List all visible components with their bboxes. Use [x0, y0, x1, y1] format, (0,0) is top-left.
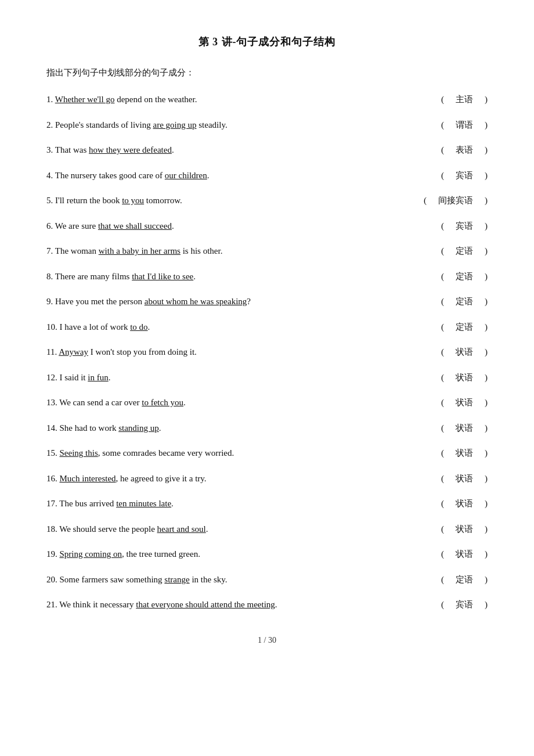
- open-paren: (: [441, 320, 444, 335]
- sentence-item: 7. The woman with a baby in her arms is …: [46, 244, 488, 259]
- answer-part: (表语): [441, 143, 488, 158]
- sentence-item: 21. We think it necessary that everyone …: [46, 597, 488, 613]
- answer-part: (状语): [441, 522, 488, 537]
- sentence-text: 20. Some farmers saw something strange i…: [46, 573, 436, 588]
- close-paren: ): [485, 320, 488, 335]
- answer-part: (谓语): [441, 118, 488, 133]
- answer-part: (宾语): [441, 219, 488, 234]
- close-paren: ): [485, 547, 488, 562]
- sentence-text: 19. Spring coming on, the tree turned gr…: [46, 547, 436, 562]
- sentence-item: 1. Whether we'll go depend on the weathe…: [46, 92, 488, 107]
- sentence-item: 17. The bus arrived ten minutes late.(状语…: [46, 496, 488, 512]
- sentence-text: 4. The nursery takes good care of our ch…: [46, 168, 436, 183]
- answer-part: (状语): [441, 471, 488, 487]
- answer-part: (主语): [441, 92, 488, 107]
- answer-label: 定语: [456, 269, 473, 285]
- sentence-text: 18. We should serve the people heart and…: [46, 522, 436, 537]
- sentence-text: 5. I'll return the book to you tomorrow.: [46, 193, 419, 208]
- answer-label: 状语: [456, 345, 473, 360]
- close-paren: ): [485, 421, 488, 436]
- sentence-item: 10. I have a lot of work to do.(定语): [46, 320, 488, 335]
- open-paren: (: [441, 496, 444, 512]
- answer-label: 状语: [456, 496, 473, 512]
- answer-part: (状语): [441, 345, 488, 360]
- open-paren: (: [424, 193, 427, 208]
- sentence-text: 13. We can send a car over to fetch you.: [46, 395, 436, 411]
- sentence-text: 2. People's standards of living are goin…: [46, 118, 436, 133]
- sentence-text: 17. The bus arrived ten minutes late.: [46, 496, 436, 512]
- answer-label: 间接宾语: [438, 193, 473, 208]
- close-paren: ): [485, 345, 488, 360]
- close-paren: ): [485, 446, 488, 461]
- sentence-item: 4. The nursery takes good care of our ch…: [46, 168, 488, 183]
- answer-label: 定语: [456, 573, 473, 588]
- close-paren: ): [485, 269, 488, 285]
- answer-part: (间接宾语): [424, 193, 488, 208]
- answer-part: (宾语): [441, 597, 488, 613]
- sentences-container: 1. Whether we'll go depend on the weathe…: [46, 92, 488, 613]
- sentence-text: 21. We think it necessary that everyone …: [46, 597, 436, 613]
- answer-part: (定语): [441, 244, 488, 259]
- sentence-item: 15. Seeing this, some comrades became ve…: [46, 446, 488, 461]
- open-paren: (: [441, 168, 444, 183]
- sentence-text: 10. I have a lot of work to do.: [46, 320, 436, 335]
- close-paren: ): [485, 143, 488, 158]
- answer-label: 状语: [456, 547, 473, 562]
- sentence-item: 19. Spring coming on, the tree turned gr…: [46, 547, 488, 562]
- sentence-text: 14. She had to work standing up.: [46, 421, 436, 436]
- answer-label: 状语: [456, 370, 473, 386]
- open-paren: (: [441, 143, 444, 158]
- sentence-text: 9. Have you met the person about whom he…: [46, 294, 436, 309]
- answer-label: 状语: [456, 421, 473, 436]
- open-paren: (: [441, 573, 444, 588]
- page-title: 第 3 讲-句子成分和句子结构: [46, 35, 488, 49]
- open-paren: (: [441, 547, 444, 562]
- close-paren: ): [485, 244, 488, 259]
- sentence-item: 3. That was how they were defeated.(表语): [46, 143, 488, 158]
- sentence-item: 9. Have you met the person about whom he…: [46, 294, 488, 309]
- open-paren: (: [441, 345, 444, 360]
- sentence-text: 15. Seeing this, some comrades became ve…: [46, 446, 436, 461]
- answer-part: (定语): [441, 320, 488, 335]
- open-paren: (: [441, 446, 444, 461]
- close-paren: ): [485, 573, 488, 588]
- open-paren: (: [441, 421, 444, 436]
- open-paren: (: [441, 395, 444, 411]
- close-paren: ): [485, 395, 488, 411]
- open-paren: (: [441, 118, 444, 133]
- answer-part: (状语): [441, 370, 488, 386]
- sentence-item: 6. We are sure that we shall succeed.(宾语…: [46, 219, 488, 234]
- close-paren: ): [485, 118, 488, 133]
- open-paren: (: [441, 597, 444, 613]
- answer-label: 主语: [456, 92, 473, 107]
- answer-label: 状语: [456, 395, 473, 411]
- sentence-text: 8. There are many films that I'd like to…: [46, 269, 436, 285]
- open-paren: (: [441, 92, 444, 107]
- close-paren: ): [485, 92, 488, 107]
- answer-part: (定语): [441, 294, 488, 309]
- open-paren: (: [441, 219, 444, 234]
- open-paren: (: [441, 522, 444, 537]
- answer-part: (状语): [441, 496, 488, 512]
- sentence-text: 11. Anyway I won't stop you from doing i…: [46, 345, 436, 360]
- close-paren: ): [485, 597, 488, 613]
- answer-part: (状语): [441, 547, 488, 562]
- sentence-text: 7. The woman with a baby in her arms is …: [46, 244, 436, 259]
- open-paren: (: [441, 370, 444, 386]
- sentence-text: 12. I said it in fun.: [46, 370, 436, 386]
- answer-label: 定语: [456, 244, 473, 259]
- page-footer: 1 / 30: [46, 636, 488, 645]
- close-paren: ): [485, 496, 488, 512]
- open-paren: (: [441, 294, 444, 309]
- answer-part: (定语): [441, 269, 488, 285]
- sentence-item: 13. We can send a car over to fetch you.…: [46, 395, 488, 411]
- answer-label: 状语: [456, 522, 473, 537]
- answer-label: 定语: [456, 320, 473, 335]
- close-paren: ): [485, 219, 488, 234]
- answer-label: 宾语: [456, 168, 473, 183]
- sentence-item: 12. I said it in fun.(状语): [46, 370, 488, 386]
- answer-label: 状语: [456, 446, 473, 461]
- answer-part: (状语): [441, 421, 488, 436]
- close-paren: ): [485, 370, 488, 386]
- answer-label: 定语: [456, 294, 473, 309]
